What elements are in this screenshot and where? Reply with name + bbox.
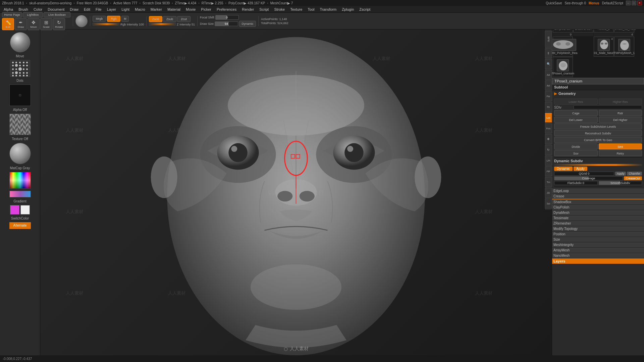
minimize-btn[interactable]: ─: [626, 1, 631, 5]
menu-document[interactable]: Document: [45, 7, 67, 12]
brush-01-male[interactable]: 01_Male_Neut 4: [594, 37, 614, 57]
nanomesh-btn[interactable]: NanoMesh: [552, 253, 644, 258]
draw-btn[interactable]: ✒ Draw: [15, 18, 27, 30]
move-icon[interactable]: ✥: [545, 134, 552, 144]
alpha-preview[interactable]: ⊡: [9, 84, 31, 106]
quicksave-btn[interactable]: QuickSave: [546, 1, 562, 5]
brush-tmpolymesh[interactable]: TMPolyMesh_1: [614, 37, 634, 57]
zcut-btn[interactable]: Zcut: [177, 16, 191, 22]
zadd-btn[interactable]: Zadd: [149, 16, 162, 22]
local-icon[interactable]: Loc: [545, 113, 552, 123]
frame-icon[interactable]: Frm: [545, 123, 552, 133]
matcap-preview[interactable]: [9, 143, 31, 164]
lineplt-icon[interactable]: LPt: [545, 156, 552, 166]
persp-icon[interactable]: Per: [545, 91, 552, 101]
reconstruct-subdiv-btn[interactable]: Reconstruct Subdiv: [554, 130, 642, 136]
solo-icon[interactable]: Sol: [545, 198, 552, 208]
menu-alpha[interactable]: Alpha: [1, 7, 15, 12]
freeze-subdiv-btn[interactable]: Freeze SubDivision Levels: [554, 123, 642, 129]
menu-marker[interactable]: Marker: [148, 7, 164, 12]
active-tool-name[interactable]: TPose3_cranium: [552, 78, 644, 84]
menu-layer[interactable]: Layer: [105, 7, 119, 12]
polyf-icon[interactable]: PlF: [545, 166, 552, 176]
menu-draw[interactable]: Draw: [67, 7, 81, 12]
focal-shift-slider[interactable]: 0: [215, 15, 239, 20]
menu-movie[interactable]: Movie: [183, 7, 198, 12]
canvas-bg[interactable]: 人人素材 人人素材 人人素材 人人素材 人人素材 人人素材 人人素材 人人素材 …: [40, 29, 552, 355]
canvas-area[interactable]: 人人素材 人人素材 人人素材 人人素材 人人素材 人人素材 人人素材 人人素材 …: [40, 29, 552, 355]
live-boolean-btn[interactable]: Live Boolean: [44, 12, 70, 17]
home-page-btn[interactable]: Home Page: [2, 12, 22, 17]
menu-transform[interactable]: Transform: [318, 7, 339, 12]
z-intensity-slider[interactable]: [149, 23, 176, 25]
texture-preview[interactable]: [9, 114, 31, 135]
menu-preferences[interactable]: Preferences: [214, 7, 239, 12]
chamfer-btn[interactable]: Chamfer: [627, 172, 642, 176]
aarat-icon[interactable]: AA: [545, 70, 552, 80]
dynamic-toggle-btn[interactable]: Dynamic: [554, 167, 573, 171]
gradient-preview[interactable]: [9, 191, 31, 197]
size-btn[interactable]: Size: [552, 237, 644, 242]
crease-out-btn[interactable]: CreaseOut: [624, 176, 642, 180]
convert-bpr-btn[interactable]: Convert BPR To Geo: [554, 137, 642, 143]
crease-btn[interactable]: Crease: [552, 194, 644, 199]
brush-tpose4-cranium[interactable]: TPose4_cranium: [553, 57, 573, 77]
del-higher-btn[interactable]: Del Higher: [599, 117, 642, 123]
rotate-btn[interactable]: ↻ Rotate: [53, 18, 65, 30]
background-color[interactable]: [20, 205, 30, 215]
scroll-icon[interactable]: ⇕: [545, 48, 552, 58]
brush-rom-polymesh[interactable]: ROM_PolyMesh_Hea: [553, 37, 573, 57]
claypolish-btn[interactable]: ClayPolish: [552, 205, 644, 210]
dynamesh-btn[interactable]: DynaMesh: [552, 210, 644, 216]
menu-color[interactable]: Color: [31, 7, 45, 12]
menu-texture[interactable]: Texture: [288, 7, 305, 12]
edit-btn[interactable]: ✏️ Edit: [2, 18, 14, 30]
mrgb-btn[interactable]: Mrgb: [93, 16, 106, 22]
cage-btn[interactable]: Cage: [554, 110, 598, 116]
lower-res-btn[interactable]: Lower Res: [554, 99, 598, 105]
menu-file[interactable]: File: [93, 7, 104, 12]
m-btn[interactable]: M: [121, 16, 129, 22]
zremesher-btn[interactable]: ZRemesher: [552, 221, 644, 226]
menu-light[interactable]: Light: [119, 7, 132, 12]
geometry-header[interactable]: ▶ Geometry: [552, 90, 644, 97]
menu-picker[interactable]: Picker: [199, 7, 214, 12]
actual-icon[interactable]: Act: [545, 80, 552, 90]
material-preview[interactable]: [75, 15, 88, 27]
close-btn[interactable]: ✕: [637, 1, 642, 5]
menu-zscript[interactable]: Zscript: [357, 7, 373, 12]
modify-topology-btn[interactable]: Modify Topology: [552, 226, 644, 232]
rgb-btn[interactable]: Rgb: [107, 16, 120, 22]
rotate-icon[interactable]: ↻: [545, 145, 552, 155]
del-lower-btn[interactable]: Del Lower: [554, 117, 598, 123]
menu-script[interactable]: Script: [257, 7, 271, 12]
maximize-btn[interactable]: □: [632, 1, 636, 5]
tessimate-btn[interactable]: Tessimate: [552, 216, 644, 221]
flatsubdiv-slider[interactable]: FlatSubdiv 0: [554, 181, 598, 185]
menu-macro[interactable]: Macro: [132, 7, 148, 12]
apply-2-btn[interactable]: Apply: [615, 172, 626, 176]
menu-edit[interactable]: Edit: [82, 7, 93, 12]
qgrid-slider[interactable]: QGrid 0: [554, 172, 614, 176]
sdiv-slider[interactable]: [574, 105, 642, 109]
foreground-color[interactable]: [10, 205, 19, 215]
retry-btn[interactable]: Retry: [599, 150, 642, 156]
alternate-btn[interactable]: Alternate: [9, 222, 31, 229]
transp-icon[interactable]: Trn: [545, 177, 552, 187]
move-btn[interactable]: ✥ Move: [28, 18, 40, 30]
move-tool-ball[interactable]: [10, 32, 30, 52]
menu-tool[interactable]: Tool: [305, 7, 317, 12]
meshintegrity-btn[interactable]: MeshIntegrity: [552, 242, 644, 248]
menu-stroke[interactable]: Stroke: [272, 7, 287, 12]
menus-btn[interactable]: Menus: [589, 1, 599, 5]
bpe-icon[interactable]: BPE: [545, 31, 552, 48]
dots-preview[interactable]: [10, 60, 30, 77]
zoomd-icon[interactable]: ZD: [545, 188, 552, 198]
layers-btn[interactable]: Layers: [552, 258, 644, 264]
higher-res-btn[interactable]: Higher Res: [599, 99, 642, 105]
coverage-slider[interactable]: Coverage: [554, 176, 623, 180]
see-through[interactable]: See-through 0: [565, 1, 586, 5]
menu-zplugin[interactable]: Zplugin: [339, 7, 356, 12]
menu-brush[interactable]: Brush: [16, 7, 31, 12]
default-zscript[interactable]: DefaultZScript: [602, 1, 623, 5]
